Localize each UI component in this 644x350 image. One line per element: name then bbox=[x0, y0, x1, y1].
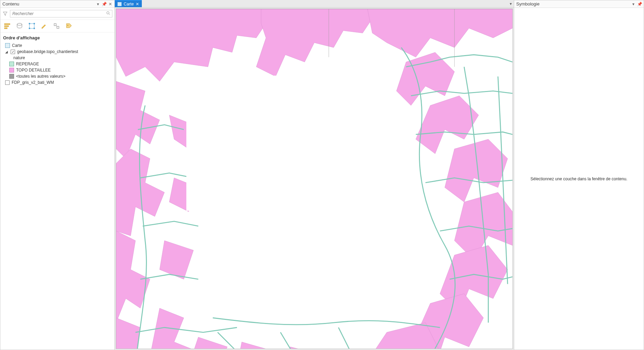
svg-rect-6 bbox=[29, 24, 34, 28]
map-node[interactable]: Carte bbox=[3, 42, 112, 49]
contents-toolbar bbox=[0, 20, 114, 33]
filter-icon[interactable] bbox=[2, 11, 8, 16]
svg-rect-3 bbox=[4, 26, 9, 27]
tab-menu-dropdown-icon[interactable]: ▾ bbox=[508, 0, 514, 7]
symbology-panel: Symbologie ▾ 📌 Sélectionnez une couche d… bbox=[514, 0, 644, 350]
contents-panel: Contenu ▾ 📌 ✕ bbox=[0, 0, 115, 350]
layer-field-row: nature bbox=[3, 55, 112, 61]
legend-reperage[interactable]: REPERAGE bbox=[3, 61, 112, 67]
search-icon[interactable] bbox=[106, 11, 110, 16]
close-icon[interactable]: ✕ bbox=[108, 2, 112, 6]
map-view[interactable] bbox=[116, 9, 513, 349]
layer-geobase[interactable]: ◢ ✓ geobase.bridge.topo_chantiertest bbox=[3, 49, 112, 55]
legend-swatch-reperage bbox=[9, 62, 14, 66]
svg-point-0 bbox=[107, 12, 109, 14]
svg-rect-11 bbox=[54, 24, 56, 26]
symbology-empty: Sélectionnez une couche dans la fenêtre … bbox=[514, 8, 644, 350]
tab-carte[interactable]: Carte ✕ bbox=[115, 0, 142, 7]
symbology-controls: ▾ 📌 bbox=[631, 2, 642, 6]
list-source-icon[interactable] bbox=[15, 22, 24, 30]
symbology-empty-message: Sélectionnez une couche dans la fenêtre … bbox=[531, 177, 628, 181]
map-label: Carte bbox=[12, 43, 22, 48]
map-tab-strip: Carte ✕ ▾ bbox=[115, 0, 514, 8]
legend-label-reperage: REPERAGE bbox=[16, 62, 39, 66]
legend-topo[interactable]: TOPO DETAILLEE bbox=[3, 67, 112, 73]
svg-rect-7 bbox=[29, 23, 30, 24]
svg-rect-2 bbox=[4, 24, 10, 25]
svg-line-1 bbox=[109, 14, 110, 15]
contents-header: Contenu ▾ 📌 ✕ bbox=[0, 0, 114, 8]
legend-swatch-other bbox=[9, 74, 14, 79]
legend-other[interactable]: <toutes les autres valeurs> bbox=[3, 73, 112, 79]
contents-tree: Carte ◢ ✓ geobase.bridge.topo_chantierte… bbox=[0, 42, 114, 88]
tab-carte-label: Carte bbox=[124, 2, 134, 7]
map-icon bbox=[117, 2, 122, 6]
layer-geobase-label: geobase.bridge.topo_chantiertest bbox=[17, 49, 78, 54]
map-panel: Carte ✕ ▾ bbox=[115, 0, 514, 350]
dropdown-icon[interactable]: ▾ bbox=[96, 2, 100, 6]
close-icon[interactable]: ✕ bbox=[136, 2, 139, 7]
legend-label-other: <toutes les autres valeurs> bbox=[16, 74, 65, 79]
svg-point-5 bbox=[17, 23, 22, 25]
layer-fdp-checkbox[interactable] bbox=[5, 80, 10, 85]
layer-field-label: nature bbox=[13, 55, 25, 60]
legend-swatch-topo bbox=[9, 68, 14, 73]
svg-rect-4 bbox=[4, 28, 7, 29]
map-icon bbox=[5, 43, 10, 48]
svg-point-14 bbox=[67, 25, 69, 26]
layer-fdp[interactable]: FDP_gris_v2_bati_WM bbox=[3, 79, 112, 86]
svg-rect-10 bbox=[34, 28, 35, 29]
pin-icon[interactable]: 📌 bbox=[102, 2, 106, 6]
app-root: Contenu ▾ 📌 ✕ bbox=[0, 0, 644, 350]
pin-icon[interactable]: 📌 bbox=[637, 2, 642, 6]
layer-fdp-label: FDP_gris_v2_bati_WM bbox=[12, 80, 54, 85]
list-snapping-icon[interactable] bbox=[52, 22, 61, 30]
contents-controls: ▾ 📌 ✕ bbox=[96, 2, 112, 6]
symbology-title: Symbologie bbox=[516, 1, 540, 7]
list-labeling-icon[interactable] bbox=[65, 22, 73, 30]
expand-icon[interactable]: ◢ bbox=[5, 50, 9, 54]
svg-rect-9 bbox=[29, 28, 30, 29]
contents-title: Contenu bbox=[2, 1, 19, 7]
search-input[interactable] bbox=[10, 10, 112, 17]
list-editing-icon[interactable] bbox=[40, 22, 48, 30]
search-wrap bbox=[10, 10, 112, 17]
list-drawing-order-icon[interactable] bbox=[3, 22, 11, 30]
layer-geobase-checkbox[interactable]: ✓ bbox=[11, 50, 15, 54]
svg-rect-8 bbox=[34, 23, 35, 24]
legend-label-topo: TOPO DETAILLEE bbox=[16, 68, 51, 73]
list-selection-icon[interactable] bbox=[28, 22, 36, 30]
drawing-order-title: Ordre d'affichage bbox=[0, 33, 114, 42]
dropdown-icon[interactable]: ▾ bbox=[631, 2, 635, 6]
svg-rect-12 bbox=[57, 26, 59, 28]
symbology-header: Symbologie ▾ 📌 bbox=[514, 0, 644, 8]
contents-search-row bbox=[0, 8, 114, 20]
svg-line-13 bbox=[56, 26, 57, 26]
missing-tile-overlay bbox=[186, 76, 322, 211]
